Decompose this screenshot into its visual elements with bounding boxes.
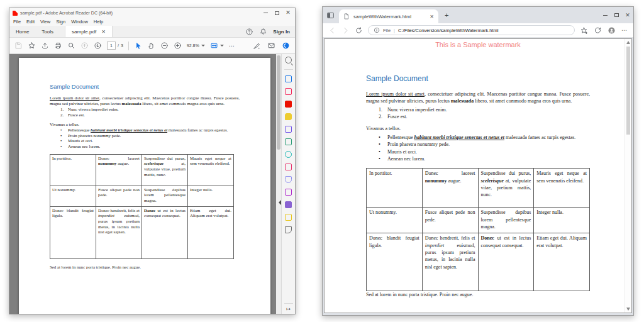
maximize-button[interactable]: [611, 11, 622, 19]
favorites-star-icon[interactable]: [580, 26, 588, 35]
more-tools-icon[interactable]: ⋯: [229, 43, 235, 49]
maximize-button[interactable]: [271, 9, 282, 18]
notification-bell-icon[interactable]: [259, 28, 267, 36]
menu-item-sign[interactable]: Sign: [56, 19, 65, 25]
combine-files-icon[interactable]: [285, 126, 292, 133]
pdf-page[interactable]: Sample Document Lorem ipsum dolor sit am…: [19, 58, 270, 314]
back-icon[interactable]: [328, 26, 336, 35]
table-cell: Mauris eget neque at sem venenatis eleif…: [187, 154, 233, 186]
zoom-level-dropdown[interactable]: 92.8%: [187, 43, 205, 48]
url-scheme-label: File: [383, 28, 391, 33]
list-item: Mauris et orci.: [379, 148, 590, 155]
acrobat-menubar: File Edit View Sign Window Help: [9, 18, 295, 26]
fit-width-dropdown[interactable]: [210, 42, 224, 50]
vertical-scrollbar[interactable]: [276, 54, 281, 314]
save-icon[interactable]: [14, 42, 23, 50]
collapse-panel-icon[interactable]: [279, 200, 281, 205]
share-upload-icon[interactable]: [41, 42, 49, 50]
acrobat-tabbar: Home Tools sample.pdf ✕ Sign In: [9, 26, 295, 38]
help-icon[interactable]: [245, 28, 253, 36]
sign-in-button[interactable]: Sign In: [273, 29, 290, 35]
measure-icon[interactable]: [285, 226, 292, 233]
edit-pdf-icon[interactable]: [285, 101, 292, 108]
print-icon[interactable]: [54, 42, 62, 50]
list-item: 2.Fusce est.: [60, 113, 240, 118]
chevron-down-icon: [201, 45, 205, 47]
pdf-viewport[interactable]: Sample Document Lorem ipsum dolor sit am…: [9, 54, 276, 314]
page-down-icon[interactable]: [94, 42, 102, 50]
close-button[interactable]: ✕: [282, 9, 294, 18]
star-icon[interactable]: [28, 42, 36, 50]
close-button[interactable]: ✕: [622, 11, 633, 19]
table-cell: Ut nonummy.: [50, 186, 96, 206]
export-pdf-icon[interactable]: [285, 75, 292, 82]
browser-content-area[interactable]: This is a Sample watermark Sample Docume…: [324, 38, 632, 313]
fill-sign-icon[interactable]: [285, 164, 292, 170]
menu-item-window[interactable]: Window: [71, 19, 88, 25]
scrollbar-thumb[interactable]: [277, 55, 280, 150]
table-cell: Donec blandit feugiat ligula.: [367, 233, 423, 291]
acrobat-titlebar[interactable]: sample.pdf - Adobe Acrobat Reader DC (64…: [9, 8, 295, 18]
create-pdf-icon[interactable]: [285, 88, 292, 95]
expand-panel-icon[interactable]: ↦: [286, 306, 291, 312]
search-tools-icon[interactable]: [285, 57, 292, 64]
tab-tools[interactable]: Tools: [35, 26, 60, 37]
page-separator: /: [118, 43, 119, 48]
vertical-scrollbar[interactable]: [625, 39, 631, 313]
acrobat-window: sample.pdf - Adobe Acrobat Reader DC (64…: [9, 8, 296, 314]
table-cell: Suspendisse dui purus, scelerisque at, v…: [142, 154, 187, 186]
certificates-icon[interactable]: [285, 201, 292, 208]
menu-item-edit[interactable]: Edit: [26, 19, 35, 25]
sign-pen-icon[interactable]: [253, 42, 261, 50]
zoom-out-icon[interactable]: [160, 42, 169, 50]
paragraph-vivamus: Vivamus a tellus.: [50, 122, 240, 128]
browser-essentials-icon[interactable]: [594, 26, 602, 35]
document-body: Sample Document Lorem ipsum dolor sit am…: [366, 74, 590, 299]
hand-tool-icon[interactable]: [147, 42, 155, 50]
menu-item-view[interactable]: View: [40, 19, 50, 25]
settings-menu-icon[interactable]: ⋯: [621, 27, 628, 33]
close-document-icon[interactable]: ✕: [101, 29, 106, 35]
close-tab-icon[interactable]: ✕: [430, 14, 434, 19]
address-bar[interactable]: File | C:/Files/Conversion/sampleWithWat…: [368, 25, 575, 35]
scan-ocr-icon[interactable]: [285, 151, 292, 158]
protect-icon[interactable]: [285, 176, 292, 183]
chevron-down-icon: [220, 45, 224, 47]
email-icon[interactable]: [267, 42, 275, 50]
zoom-in-icon[interactable]: [174, 42, 182, 50]
info-icon[interactable]: [374, 27, 380, 33]
tab-document[interactable]: sample.pdf ✕: [65, 26, 113, 37]
organize-pages-icon[interactable]: [285, 138, 292, 145]
stamp-icon[interactable]: [285, 214, 292, 221]
table-row: Ut nonummy. Fusce aliquet pede non pede.…: [50, 186, 234, 206]
table-cell: Integer nulla.: [534, 208, 590, 233]
page-number-input[interactable]: 1: [107, 42, 116, 50]
scroll-up-icon[interactable]: [626, 41, 630, 44]
document-cloud-icon[interactable]: [282, 42, 290, 50]
page-favicon: [343, 13, 350, 19]
comment-icon[interactable]: [285, 113, 292, 120]
search-icon[interactable]: [67, 42, 75, 50]
redact-icon[interactable]: [285, 189, 292, 196]
new-tab-button[interactable]: +: [445, 11, 448, 19]
tab-actions-icon[interactable]: [326, 11, 335, 19]
profile-avatar[interactable]: [608, 26, 616, 35]
browser-titlebar[interactable]: sampleWithWatermark.html ✕ + ✕: [323, 7, 633, 23]
menu-item-file[interactable]: File: [13, 19, 21, 25]
refresh-icon[interactable]: [355, 26, 363, 35]
minimize-button[interactable]: [260, 9, 271, 18]
table-row: Ut nonummy. Fusce aliquet pede non pede.…: [367, 208, 590, 233]
select-tool-icon[interactable]: [134, 42, 142, 50]
page-up-icon[interactable]: [80, 42, 89, 50]
scrollbar-thumb[interactable]: [626, 47, 630, 135]
paragraph-footer: Sed at lorem in nunc porta tristique. Pr…: [50, 265, 240, 270]
scroll-down-icon[interactable]: [626, 308, 630, 311]
minimize-button[interactable]: [599, 11, 611, 19]
menu-item-help[interactable]: Help: [94, 19, 103, 25]
tab-home[interactable]: Home: [9, 26, 35, 37]
table-cell: Donec laoreet nonummy augue.: [422, 169, 478, 208]
table-cell: Etiam eget dui. Aliquam erat volutpat.: [534, 233, 590, 291]
browser-tab[interactable]: sampleWithWatermark.html ✕: [339, 9, 438, 23]
page-total: 3: [121, 43, 123, 48]
forward-icon[interactable]: [341, 26, 350, 35]
